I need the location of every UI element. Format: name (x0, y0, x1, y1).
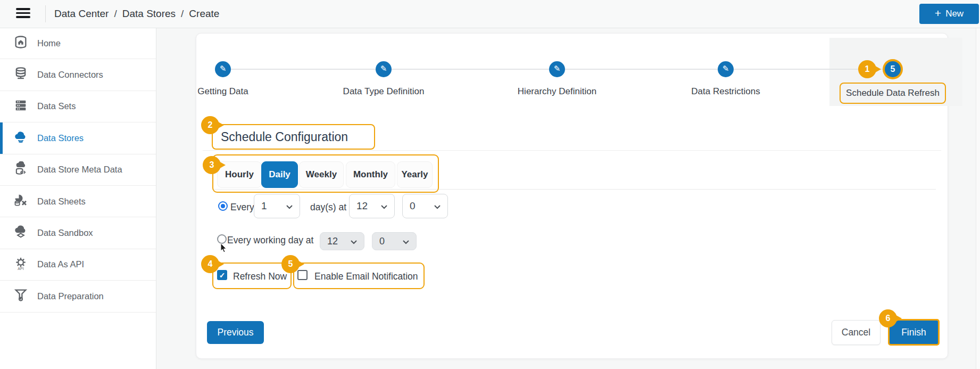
annotation-balloon-2: 2 (201, 116, 219, 134)
annotation-balloon-6: 6 (879, 309, 897, 327)
chevron-down-icon (403, 236, 409, 247)
sidebar-item-label: Data Store Meta Data (37, 165, 122, 175)
step-label-hierarchy-definition: Hierarchy Definition (518, 86, 596, 97)
select-value: 12 (327, 236, 338, 247)
wizard-card: ✎ ✎ ✎ ✎ 5 Getting Data Data Type Definit… (196, 33, 948, 359)
cancel-button[interactable]: Cancel (832, 320, 881, 345)
step-data-restrictions[interactable]: ✎ (718, 61, 734, 77)
every-days-select[interactable]: 1 (254, 194, 300, 218)
sidebar-item-label: Data As API (37, 259, 84, 269)
tab-monthly[interactable]: Monthly (346, 161, 395, 188)
chevron-down-icon (434, 200, 441, 212)
top-bar: Data Center / Data Stores / Create + New (0, 0, 980, 28)
working-minute-select[interactable]: 0 (372, 232, 417, 250)
gear-api-icon: API (13, 256, 28, 273)
hamburger-menu-icon[interactable] (16, 8, 30, 20)
select-value: 0 (410, 200, 416, 212)
step-label-data-restrictions: Data Restrictions (691, 86, 760, 97)
sidebar-item-data-stores[interactable]: Data Stores (0, 122, 156, 154)
schedule-configuration-heading: Schedule Configuration (212, 124, 375, 150)
annotation-balloon-4: 4 (201, 255, 219, 273)
email-notification-checkbox[interactable] (297, 270, 308, 280)
mouse-cursor (220, 243, 228, 256)
every-label: Every (230, 202, 254, 213)
new-button-label: New (945, 9, 964, 19)
check-icon: ✓ (219, 271, 226, 280)
step-label-getting-data: Getting Data (197, 86, 248, 97)
previous-button[interactable]: Previous (207, 321, 264, 344)
cloud-icon (13, 129, 28, 146)
server-icon (13, 98, 28, 115)
step-getting-data[interactable]: ✎ (215, 61, 231, 77)
annotation-balloon-3: 3 (203, 156, 221, 174)
select-value: 0 (379, 236, 385, 247)
sidebar-item-label: Data Connectors (37, 70, 103, 80)
sidebar-item-label: Home (37, 38, 61, 48)
sidebar: Home Data Connectors Data Sets Data Stor… (0, 28, 156, 369)
annotation-balloon-5: 5 (281, 255, 300, 273)
sidebar-item-data-sets[interactable]: Data Sets (0, 91, 156, 122)
hour-select[interactable]: 12 (349, 194, 395, 218)
pencil-icon: ✎ (554, 64, 561, 73)
sidebar-item-data-connectors[interactable]: Data Connectors (0, 59, 156, 91)
sidebar-item-label: Data Sets (37, 101, 76, 111)
sidebar-item-data-store-meta-data[interactable]: Data Store Meta Data (0, 154, 156, 186)
refresh-now-label[interactable]: Refresh Now (233, 271, 287, 282)
sidebar-item-label: Data Stores (37, 133, 84, 143)
svg-text:API: API (18, 267, 23, 270)
breadcrumb-separator: / (114, 8, 117, 20)
select-value: 12 (356, 200, 368, 212)
pencil-icon: ✎ (722, 64, 729, 73)
funnel-icon (13, 288, 28, 305)
chevron-down-icon (286, 200, 293, 212)
section-divider (203, 150, 941, 151)
app-root: Data Center / Data Stores / Create + New… (0, 0, 980, 369)
refresh-now-checkbox[interactable]: ✓ (217, 270, 227, 280)
pencil-icon: ✎ (380, 64, 387, 73)
home-icon (13, 35, 28, 52)
tab-yearly[interactable]: Yearly (397, 161, 433, 188)
breadcrumb-separator: / (181, 8, 184, 20)
breadcrumb-data-center[interactable]: Data Center (54, 8, 109, 20)
step-schedule-data-refresh-badge[interactable]: 5 (885, 61, 901, 77)
new-button[interactable]: + New (919, 4, 979, 24)
days-at-label: day(s) at (310, 202, 346, 213)
chevron-down-icon (381, 200, 387, 212)
topbar-divider (45, 5, 46, 22)
every-days-radio[interactable] (218, 201, 228, 211)
breadcrumb: Data Center / Data Stores / Create (54, 0, 219, 28)
every-working-day-label: Every working day at (227, 235, 313, 246)
sidebar-item-data-preparation[interactable]: Data Preparation (0, 281, 156, 312)
database-code-icon (13, 161, 28, 178)
cloud-box-icon (13, 225, 28, 242)
step-number: 5 (891, 64, 895, 74)
step-data-type-definition[interactable]: ✎ (376, 61, 392, 77)
sidebar-item-data-as-api[interactable]: API Data As API (0, 249, 156, 281)
email-notification-label[interactable]: Enable Email Notification (314, 271, 418, 282)
right-edge-strip (976, 28, 980, 369)
step-label-schedule-data-refresh[interactable]: Schedule Data Refresh (840, 83, 946, 104)
sidebar-item-home[interactable]: Home (0, 28, 156, 59)
tab-weekly[interactable]: Weekly (299, 161, 344, 188)
chevron-down-icon (351, 236, 357, 247)
sidebar-item-label: Data Preparation (37, 291, 104, 301)
tabs-underline (212, 189, 936, 190)
breadcrumb-create: Create (189, 8, 219, 20)
database-icon (13, 67, 28, 84)
sidebar-item-data-sheets[interactable]: Data Sheets (0, 186, 156, 217)
minute-select[interactable]: 0 (402, 194, 448, 218)
step-hierarchy-definition[interactable]: ✎ (549, 61, 565, 77)
breadcrumb-data-stores[interactable]: Data Stores (122, 8, 176, 20)
annotation-balloon-1: 1 (858, 60, 876, 78)
sidebar-item-label: Data Sheets (37, 196, 86, 207)
tab-daily[interactable]: Daily (261, 161, 298, 188)
working-hour-select[interactable]: 12 (320, 232, 364, 250)
chart-sync-icon (13, 193, 28, 210)
pencil-icon: ✎ (220, 64, 227, 73)
sidebar-item-label: Data Sandbox (37, 228, 93, 238)
select-value: 1 (261, 200, 267, 212)
plus-icon: + (935, 7, 941, 20)
step-label-data-type-definition: Data Type Definition (343, 86, 425, 97)
sidebar-item-data-sandbox[interactable]: Data Sandbox (0, 217, 156, 249)
